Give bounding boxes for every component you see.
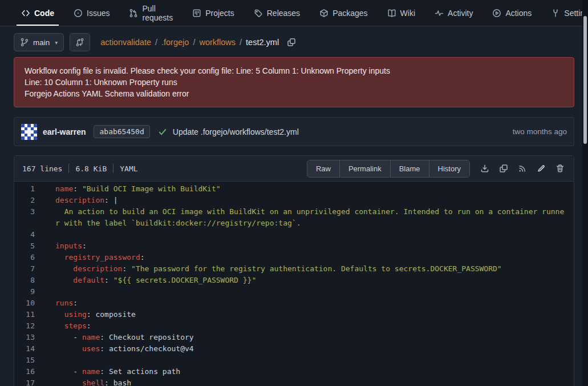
code-line: 9	[14, 286, 574, 297]
error-line: Workflow config file is invalid. Please …	[25, 65, 563, 77]
compare-icon	[75, 38, 84, 47]
line-number[interactable]: 9	[14, 286, 43, 297]
rss-button[interactable]	[518, 164, 527, 173]
branch-bar: main ▾ actionvalidate/.forgejo/workflows…	[14, 33, 574, 51]
code-text: shell: bash	[43, 377, 574, 386]
copy-file-icon	[499, 164, 508, 173]
code-line: 15	[14, 355, 574, 366]
code-text	[43, 229, 574, 240]
copy-file-button[interactable]	[499, 164, 508, 173]
file-meta: 167 lines6.8 KiBYAML	[22, 164, 138, 173]
commit-author[interactable]: earl-warren	[43, 127, 86, 136]
code-line: 5inputs:	[14, 240, 574, 252]
code-line: 2description: |	[14, 195, 574, 206]
play-circle-icon	[492, 9, 501, 18]
line-number[interactable]: 6	[14, 252, 43, 263]
line-number[interactable]: 3	[14, 206, 43, 229]
code-line: 4	[14, 229, 574, 240]
latest-commit-bar: earl-warren abab65450d Update .forgejo/w…	[14, 117, 574, 146]
edit-icon	[537, 164, 546, 173]
tab-pull-requests[interactable]: Pull requests	[128, 0, 174, 26]
code-text: runs:	[43, 297, 574, 309]
line-number[interactable]: 11	[14, 309, 43, 320]
line-number[interactable]: 10	[14, 297, 43, 309]
tab-code[interactable]: Code	[20, 0, 55, 26]
copy-icon	[287, 38, 296, 47]
tab-actions[interactable]: Actions	[491, 0, 533, 26]
breadcrumb-forgejo[interactable]: .forgejo	[161, 38, 189, 47]
code-line: 3 An action to build an OCI image with B…	[14, 206, 574, 229]
tag-icon	[254, 9, 263, 18]
edit-button[interactable]	[537, 164, 546, 173]
line-number[interactable]: 8	[14, 275, 43, 286]
line-number[interactable]: 12	[14, 320, 43, 332]
line-number[interactable]: 2	[14, 195, 43, 206]
delete-button[interactable]	[555, 164, 565, 173]
copy-path-button[interactable]	[287, 38, 296, 47]
tab-releases[interactable]: Releases	[253, 0, 301, 26]
branch-selector[interactable]: main ▾	[14, 33, 64, 51]
rss-icon	[518, 164, 527, 173]
code-line: 8 default: "${{ secrets.DOCKER_PASSWORD …	[14, 275, 574, 286]
package-icon	[319, 9, 329, 18]
error-line: Forgejo Actions YAML Schema validation e…	[25, 88, 563, 99]
code-line: 12 steps:	[14, 320, 574, 332]
commit-hash-button[interactable]: abab65450d	[94, 125, 149, 138]
code-line: 14 uses: actions/checkout@v4	[14, 343, 574, 355]
code-text	[43, 355, 574, 366]
code-line: 17 shell: bash	[14, 377, 574, 386]
code-line: 10runs:	[14, 297, 574, 309]
file-view: 167 lines6.8 KiBYAML RawPermalinkBlameHi…	[14, 155, 574, 386]
breadcrumb-test2.yml: test2.yml	[246, 38, 279, 47]
line-number[interactable]: 14	[14, 343, 43, 355]
tab-wiki[interactable]: Wiki	[386, 0, 416, 26]
file-header: 167 lines6.8 KiBYAML RawPermalinkBlameHi…	[14, 156, 574, 182]
compare-button[interactable]	[70, 33, 90, 51]
commit-status-check-icon[interactable]	[158, 127, 167, 136]
line-number[interactable]: 5	[14, 240, 43, 252]
code-text: - name: Set actions path	[43, 366, 574, 377]
line-number[interactable]: 13	[14, 332, 43, 343]
breadcrumb-actionvalidate[interactable]: actionvalidate	[100, 38, 151, 47]
file-meta-item: 6.8 KiB	[75, 164, 107, 173]
branch-name: main	[33, 38, 50, 47]
line-number[interactable]: 17	[14, 377, 43, 386]
breadcrumb: actionvalidate/.forgejo/workflows/test2.…	[100, 38, 279, 47]
file-meta-item: 167 lines	[22, 164, 62, 173]
delete-icon	[555, 164, 565, 173]
error-line: Line: 10 Column 1: Unknown Property runs	[25, 77, 563, 88]
code-text: inputs:	[43, 240, 574, 252]
chevron-down-icon: ▾	[55, 39, 58, 46]
tab-projects[interactable]: Projects	[191, 0, 236, 26]
download-icon	[480, 164, 489, 173]
tab-issues[interactable]: Issues	[72, 0, 111, 26]
raw-button[interactable]: Raw	[307, 160, 339, 177]
avatar[interactable]	[21, 124, 37, 140]
scrollbar-track[interactable]	[582, 0, 588, 386]
download-button[interactable]	[480, 164, 489, 173]
pulse-icon	[435, 9, 444, 18]
blame-button[interactable]: Blame	[390, 160, 429, 177]
code-text: description: "The password for the regis…	[43, 263, 574, 275]
line-number[interactable]: 15	[14, 355, 43, 366]
tab-packages[interactable]: Packages	[318, 0, 368, 26]
code-line: 7 description: "The password for the reg…	[14, 263, 574, 275]
code-text: steps:	[43, 320, 574, 332]
tab-activity[interactable]: Activity	[433, 0, 474, 26]
error-banner: Workflow config file is invalid. Please …	[14, 57, 574, 107]
breadcrumb-workflows[interactable]: workflows	[199, 38, 236, 47]
scrollbar-thumb[interactable]	[583, 16, 587, 144]
history-button[interactable]: History	[429, 160, 469, 177]
book-icon	[387, 9, 396, 18]
breadcrumb-separator: /	[155, 38, 157, 47]
commit-message[interactable]: Update .forgejo/workflows/test2.yml	[173, 127, 299, 136]
line-number[interactable]: 7	[14, 263, 43, 275]
code-view: 1name: "Build OCI Image with BuildKit"2d…	[14, 182, 574, 386]
line-number[interactable]: 4	[14, 229, 43, 240]
permalink-button[interactable]: Permalink	[339, 160, 390, 177]
line-number[interactable]: 1	[14, 183, 43, 195]
code-icon	[21, 9, 30, 18]
line-number[interactable]: 16	[14, 366, 43, 377]
code-text: name: "Build OCI Image with BuildKit"	[43, 183, 574, 195]
branch-icon	[20, 38, 29, 47]
